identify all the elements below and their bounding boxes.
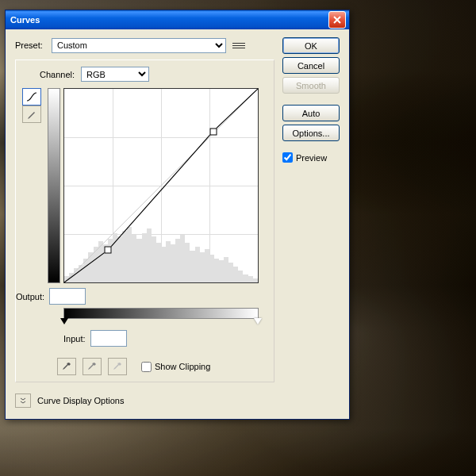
black-point-slider[interactable] [60,318,68,324]
eyedropper-icon [62,362,71,371]
curve-line [64,89,258,282]
dialog-title: Curves [9,15,328,25]
chevron-down-icon [19,397,27,405]
expand-button[interactable] [15,393,31,408]
eyedropper-icon [87,362,97,371]
output-label: Output: [13,292,44,301]
input-field[interactable] [90,330,127,347]
auto-button[interactable]: Auto [282,105,340,121]
curve-point[interactable] [105,246,112,253]
pencil-icon [27,109,36,119]
gray-eyedropper[interactable] [83,358,102,375]
eyedropper-icon [113,362,122,371]
ok-button[interactable]: OK [282,37,340,54]
input-label: Input: [63,334,86,344]
black-eyedropper[interactable] [57,358,76,375]
preview-option[interactable]: Preview [282,152,340,163]
channel-select[interactable]: RGB [81,67,149,82]
preview-label: Preview [296,153,327,163]
preset-select[interactable]: Custom [52,38,226,53]
curve-graph[interactable] [63,88,259,283]
curve-group: Channel: RGB [15,60,274,382]
white-eyedropper[interactable] [108,358,127,375]
preview-checkbox[interactable] [282,152,293,163]
input-gradient[interactable] [63,308,259,319]
curve-display-label: Curve Display Options [37,396,124,405]
show-clipping-option[interactable]: Show Clipping [141,362,210,372]
output-gradient [48,88,60,283]
smooth-button: Smooth [282,77,340,94]
preset-menu-icon[interactable] [231,37,247,53]
curves-dialog: Curves Preset: Custom Channel: RGB [5,10,350,420]
channel-label: Channel: [40,70,76,79]
curve-point[interactable] [209,128,217,135]
options-button[interactable]: Options... [282,125,340,141]
preset-label: Preset: [15,40,47,50]
svg-line-0 [64,89,258,282]
curve-icon [26,92,37,102]
show-clipping-label: Show Clipping [155,362,210,371]
white-point-slider[interactable] [254,318,262,324]
output-field[interactable] [49,288,86,305]
close-button[interactable] [328,11,346,29]
titlebar[interactable]: Curves [6,10,349,29]
show-clipping-checkbox[interactable] [141,362,152,372]
pencil-tool[interactable] [22,106,41,123]
close-icon [333,16,341,24]
curve-tool[interactable] [22,88,41,106]
cancel-button[interactable]: Cancel [282,57,340,74]
